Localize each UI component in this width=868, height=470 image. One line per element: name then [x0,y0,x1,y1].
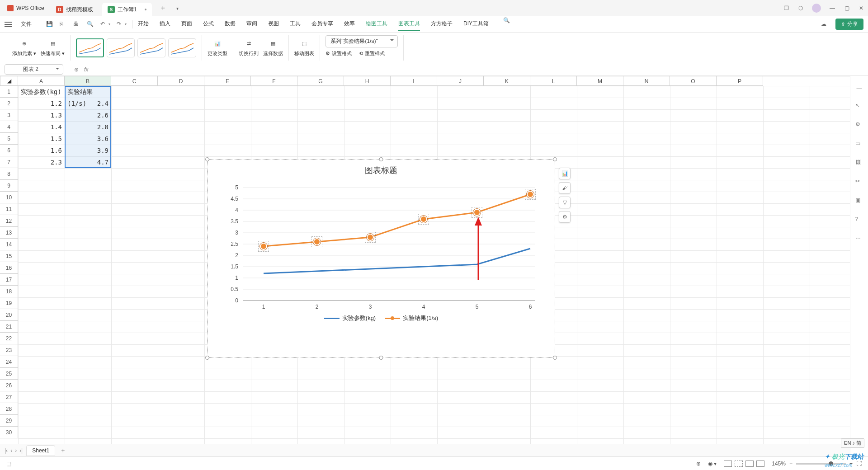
name-box[interactable]: 图表 2 [5,64,63,75]
export-icon[interactable]: ⎘ [60,21,67,28]
col-header-F[interactable]: F [251,76,297,86]
col-header-I[interactable]: I [391,76,437,86]
zoom-out[interactable]: − [789,461,793,467]
chart-elements-button[interactable]: 📊 [559,168,571,179]
col-header-N[interactable]: N [623,76,670,86]
chart-plot-area[interactable]: 54.54 3.532.5 21.51 0.50 123 456 [223,179,539,310]
tab-member[interactable]: 会员专享 [311,17,333,31]
sheet-tab-1[interactable]: Sheet1 [26,445,55,456]
row-header-11[interactable]: 11 [0,203,18,215]
select-data-button[interactable]: ▦ 选择数据 [263,38,283,57]
cell-B7[interactable]: 4.7 [65,156,111,168]
set-format-button[interactable]: ⚙ 设置格式 [326,50,352,57]
row-header-6[interactable]: 6 [0,145,18,156]
avatar-icon[interactable] [812,4,821,13]
tab-view[interactable]: 视图 [268,17,279,31]
eye-icon[interactable]: ◉ ▾ [708,461,717,467]
cell-A2[interactable]: 1.2 [18,98,65,109]
print-icon[interactable]: 🖶 [73,21,80,28]
tab-menu[interactable]: ▾ [173,4,182,13]
row-header-24[interactable]: 24 [0,356,18,368]
more-icon[interactable]: ⋯ [855,235,863,243]
chart-style-2[interactable] [107,38,135,57]
chart-styles-button[interactable]: 🖌 [559,182,571,194]
point-6[interactable] [527,191,534,198]
cell-A4[interactable]: 1.4 [18,121,65,133]
search-icon[interactable]: 🔍 [503,17,510,24]
cell-A7[interactable]: 2.3 [18,156,65,168]
reset-style-button[interactable]: ⟲ 重置样式 [359,50,385,57]
row-header-20[interactable]: 20 [0,309,18,321]
tab-template[interactable]: D 找稻壳模板 [51,3,99,16]
chart-style-4[interactable] [168,38,196,57]
close-icon[interactable]: ✕ [858,5,864,11]
add-element-button[interactable]: ⊕ 添加元素 ▾ [12,38,36,57]
cell-B5[interactable]: 3.6 [65,133,111,145]
change-type-button[interactable]: 📊 更改类型 [208,38,227,57]
fx-label[interactable]: fx [84,66,88,73]
cell-A5[interactable]: 1.5 [18,133,65,145]
handle-bl[interactable] [205,356,209,360]
chart-style-1[interactable] [76,38,104,57]
chart-legend[interactable]: 实验参数(kg) 实验结果(1/s) [208,310,555,322]
minimize-icon[interactable]: — [829,5,835,11]
share-button[interactable]: ⇪ 分享 [835,19,863,30]
row-header-25[interactable]: 25 [0,368,18,380]
handle-tr[interactable] [553,157,557,161]
sheet-first-icon[interactable]: |‹ [5,447,8,454]
row-header-10[interactable]: 10 [0,192,18,203]
quick-layout-button[interactable]: ▤ 快速布局 ▾ [41,38,65,57]
tab-workbook[interactable]: S 工作簿1 [102,3,152,16]
fullscreen-formula-icon[interactable]: ⊕ [74,66,79,73]
swap-rc-button[interactable]: ⇄ 切换行列 [239,38,259,57]
select-all-corner[interactable]: ◢ [0,76,18,86]
move-chart-button[interactable]: ⬚ 移动图表 [294,38,314,57]
tab-tools[interactable]: 工具 [290,17,301,31]
series-orange[interactable] [264,194,530,246]
row-header-17[interactable]: 17 [0,274,18,286]
tab-add[interactable]: + [158,4,167,13]
point-2[interactable] [313,238,321,245]
row-header-22[interactable]: 22 [0,333,18,344]
row-header-13[interactable]: 13 [0,227,18,239]
row-header-21[interactable]: 21 [0,321,18,333]
col-header-A[interactable]: A [18,76,65,86]
zoom-value[interactable]: 145% [772,461,786,467]
col-header-K[interactable]: K [484,76,530,86]
save-icon[interactable]: 💾 [46,21,53,28]
row-header-4[interactable]: 4 [0,121,18,133]
cell-B4[interactable]: 2.8 [65,121,111,133]
row-header-8[interactable]: 8 [0,168,18,180]
view-reading[interactable] [745,461,754,467]
cell-A1[interactable]: 实验参数(kg) [18,86,65,98]
handle-b[interactable] [379,356,383,360]
select-tool-icon[interactable]: ↖ [855,102,863,110]
col-header-M[interactable]: M [577,76,623,86]
tab-formula[interactable]: 公式 [203,17,214,31]
row-header-19[interactable]: 19 [0,297,18,309]
chart-style-3[interactable] [137,38,165,57]
col-header-D[interactable]: D [158,76,204,86]
undo-more[interactable]: ▾ [108,22,110,26]
cloud-icon[interactable]: ☁ [821,21,828,28]
redo-icon[interactable]: ↷ [117,21,124,28]
cell-B1[interactable]: 实验结果(1/s) [65,86,111,98]
stats-icon[interactable]: ⊕ [696,461,701,467]
row-header-27[interactable]: 27 [0,391,18,403]
sheet-next-icon[interactable]: › [15,447,17,454]
row-header-18[interactable]: 18 [0,286,18,297]
point-1[interactable] [260,243,267,250]
hamburger-icon[interactable] [5,22,12,27]
maximize-icon[interactable]: ▢ [844,5,850,11]
sheet-prev-icon[interactable]: ‹ [10,447,12,454]
tab-chart-tools[interactable]: 图表工具 [398,17,420,31]
tab-ffgz[interactable]: 方方格子 [431,17,453,31]
tab-diy[interactable]: DIY工具箱 [463,17,489,31]
col-header-G[interactable]: G [297,76,344,86]
col-header-L[interactable]: L [530,76,577,86]
row-header-26[interactable]: 26 [0,380,18,391]
preview-icon[interactable]: 🔍 [87,21,94,28]
row-header-14[interactable]: 14 [0,239,18,250]
row-header-23[interactable]: 23 [0,344,18,356]
handle-tl[interactable] [205,157,209,161]
